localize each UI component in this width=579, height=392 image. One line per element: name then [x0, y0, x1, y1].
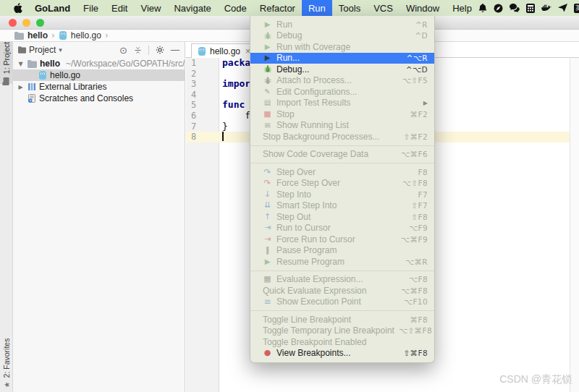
watermark: CSDN @青花锁 — [499, 373, 572, 386]
breadcrumb-item-hello[interactable]: hello — [28, 30, 48, 41]
tree-item-hello-go[interactable]: hello.go — [13, 69, 185, 81]
menu-item-debug[interactable]: Debug^D — [250, 30, 434, 42]
menu-item-stop-background-processes[interactable]: Stop Background Processes...⇧⌘F2 — [250, 131, 434, 142]
menubar-item-code[interactable]: Code — [218, 0, 253, 16]
ime-icon[interactable]: 英 — [574, 4, 579, 13]
editor-scrollbar[interactable] — [570, 58, 579, 392]
tree-item-path: ~/Workspace/Go/GOPATH/src/hello — [66, 59, 185, 69]
menu-item-step-out[interactable]: ↑Step Out⇧F8 — [250, 211, 434, 223]
menu-item-debug[interactable]: Debug...^⌥D — [250, 64, 434, 75]
chevron-collapsed-icon[interactable]: ▶ — [17, 84, 25, 90]
line-number: 5 — [186, 100, 219, 111]
tool-window-label: 2: Favorites — [2, 338, 11, 378]
menubar-item-tools[interactable]: Tools — [332, 0, 367, 16]
breadcrumb-item-hello-go[interactable]: hello.go — [71, 30, 101, 41]
menu-item-step-into[interactable]: ↓Step IntoF7 — [250, 189, 434, 200]
menu-item-run-to-cursor[interactable]: ⇥Run to Cursor⌥F9 — [250, 223, 434, 234]
chevron-expanded-icon[interactable]: ▼ — [17, 61, 25, 67]
run-menu-dropdown: ▶Run^RDebug^D▶Run with Coverage▶Run...^⌥… — [250, 16, 435, 363]
calculator-icon[interactable] — [526, 4, 535, 13]
menu-item-quick-evaluate-expression[interactable]: Quick Evaluate Expression⌥⌘F8 — [250, 285, 434, 297]
menu-item-force-step-over[interactable]: ↷Force Step Over⌥⇧F8 — [250, 178, 434, 189]
project-panel-header: Project▾⊙— — [13, 42, 185, 58]
menu-item-label: View Breakpoints... — [276, 348, 351, 358]
menu-item-label: Toggle Breakpoint Enabled — [263, 337, 366, 347]
menu-item-toggle-temporary-line-breakpoint[interactable]: Toggle Temporary Line Breakpoint⌥⇧⌘F8 — [250, 325, 434, 337]
menu-item-label: Smart Step Into — [276, 200, 337, 210]
attach-icon — [263, 77, 272, 85]
tree-item-hello[interactable]: ▼hello~/Workspace/Go/GOPATH/src/hello — [13, 58, 185, 69]
tree-item-label: hello.go — [50, 70, 80, 80]
wechat-icon[interactable] — [510, 4, 520, 12]
menu-item-shortcut: F7 — [418, 190, 428, 199]
project-panel-title[interactable]: Project — [29, 45, 56, 55]
minimize-window-button[interactable] — [22, 19, 30, 27]
menu-item-stop[interactable]: ■Stop⌘F2 — [250, 108, 434, 120]
compass-icon[interactable] — [494, 4, 503, 13]
menubar-item-navigate[interactable]: Navigate — [167, 0, 217, 16]
menubar-item-run[interactable]: Run — [302, 0, 332, 16]
menubar-item-window[interactable]: Window — [400, 0, 446, 16]
menu-item-show-running-list[interactable]: ≡Show Running List — [250, 120, 434, 132]
menu-item-force-run-to-cursor[interactable]: ⇥Force Run to Cursor⌥⌘F9 — [250, 234, 434, 245]
menu-item-label: Stop — [276, 109, 295, 119]
menu-item-smart-step-into[interactable]: ⇊Smart Step Into⇧F7 — [250, 200, 434, 212]
menu-item-run-with-coverage[interactable]: ▶Run with Coverage — [250, 41, 434, 53]
step-into-icon: ↓ — [263, 191, 272, 198]
menu-separator — [250, 270, 434, 271]
menu-item-attach-to-process[interactable]: Attach to Process...⌥⇧F5 — [250, 75, 434, 87]
menubar-item-file[interactable]: File — [77, 0, 105, 16]
telegram-icon[interactable] — [558, 4, 567, 12]
menu-item-label: Step Out — [276, 212, 310, 222]
hide-icon[interactable]: — — [171, 45, 179, 55]
toolbar-divider — [148, 46, 149, 55]
settings-icon[interactable] — [156, 46, 164, 54]
menubar-item-view[interactable]: View — [134, 0, 167, 16]
stop-icon: ■ — [263, 111, 272, 118]
docker-icon[interactable] — [541, 4, 551, 12]
zoom-window-button[interactable] — [36, 19, 44, 27]
collapse-all-icon[interactable] — [134, 46, 142, 54]
bell-icon[interactable] — [478, 4, 487, 13]
menu-item-run[interactable]: ▶Run...^⌥R — [250, 53, 434, 64]
force-step-over-icon: ↷ — [263, 179, 272, 187]
menu-item-toggle-breakpoint-enabled[interactable]: Toggle Breakpoint Enabled — [250, 336, 434, 348]
tree-item-external-libraries[interactable]: ▶External Libraries — [13, 81, 185, 93]
menubar-item-edit[interactable]: Edit — [105, 0, 134, 16]
menubar-item-refactor[interactable]: Refactor — [253, 0, 302, 16]
folder-icon — [28, 60, 37, 68]
menu-item-evaluate-expression[interactable]: ▦Evaluate Expression...⌥F8 — [250, 274, 434, 286]
editor-tab-hello-go[interactable]: hello.go× — [191, 43, 257, 58]
menu-item-shortcut: ⌘F2 — [410, 110, 428, 119]
smart-step-into-icon: ⇊ — [263, 202, 272, 209]
chevron-down-icon[interactable]: ▾ — [59, 46, 62, 54]
menu-item-edit-configurations[interactable]: ✎Edit Configurations... — [250, 86, 434, 98]
menu-item-label: Resume Program — [276, 257, 345, 267]
chevron-right-icon: › — [51, 30, 55, 41]
menubar-item-vcs[interactable]: VCS — [367, 0, 400, 16]
sidebar-item-favorites[interactable]: ★2: Favorites — [2, 338, 11, 388]
go-file-icon — [38, 71, 47, 80]
code-text: impor — [219, 79, 250, 90]
menu-item-show-execution-point[interactable]: ≡Show Execution Point⌥F10 — [250, 297, 434, 308]
menubar-item-goland[interactable]: GoLand — [28, 0, 77, 16]
menu-item-show-code-coverage-data[interactable]: Show Code Coverage Data⌥⌘F6 — [250, 149, 434, 161]
menu-item-run[interactable]: ▶Run^R — [250, 19, 434, 30]
menu-item-pause-program[interactable]: ‖Pause Program — [250, 245, 434, 257]
menu-separator — [250, 310, 434, 311]
locate-icon[interactable]: ⊙ — [119, 45, 127, 56]
menu-item-label: Force Step Over — [276, 178, 340, 188]
code-text: } — [219, 122, 228, 132]
menu-item-step-over[interactable]: ↷Step OverF8 — [250, 166, 434, 178]
close-window-button[interactable] — [9, 19, 17, 27]
menu-item-view-breakpoints[interactable]: ●View Breakpoints...⇧⌘F8 — [250, 348, 434, 359]
apple-logo-icon[interactable] — [7, 3, 28, 14]
menubar-item-help[interactable]: Help — [446, 0, 478, 16]
tree-item-scratches-and-consoles[interactable]: Scratches and Consoles — [13, 93, 185, 104]
menu-item-resume-program[interactable]: ▶Resume Program⌥⌘R — [250, 256, 434, 268]
menu-item-toggle-line-breakpoint[interactable]: Toggle Line Breakpoint⌘F8 — [250, 314, 434, 325]
menu-item-shortcut: ⇧⌘F8 — [403, 349, 428, 357]
sidebar-item-project[interactable]: 1: Project — [2, 41, 11, 86]
menu-item-import-test-results[interactable]: ▤Import Test Results▶ — [250, 98, 434, 109]
project-panel: Project▾⊙— ▼hello~/Workspace/Go/GOPATH/s… — [13, 42, 185, 392]
